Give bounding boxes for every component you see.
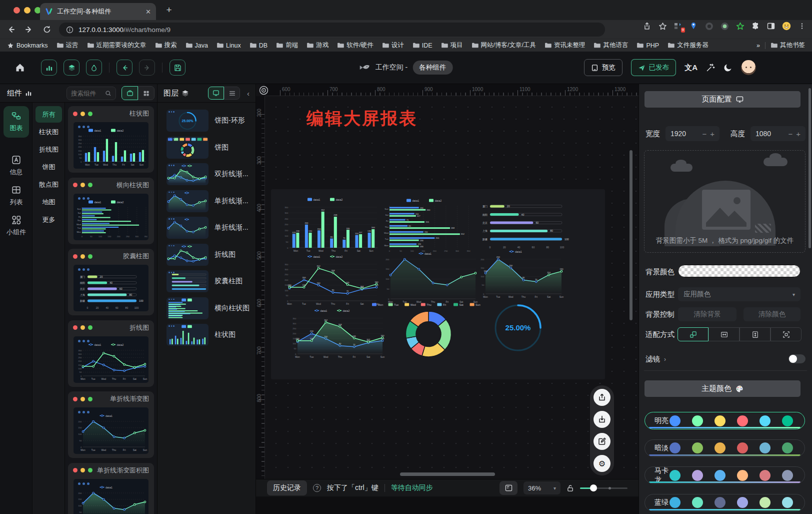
horizontal-scrollbar[interactable] [400, 472, 495, 476]
app-type-select[interactable]: 应用颜色 ▾ [678, 287, 800, 301]
forward-icon[interactable] [22, 23, 36, 37]
horizontal-bar-chart[interactable]: data1data2050100150200250300350MonTueWed… [382, 198, 476, 253]
share-icon[interactable] [642, 21, 652, 31]
theme-color-dot[interactable] [782, 442, 793, 453]
layers-list-view-button[interactable] [224, 87, 240, 100]
component-card[interactable]: 横向柱状图data1data2050100150200250300350MonT… [68, 178, 154, 244]
theme-row-马卡龙[interactable]: 马卡龙 [644, 466, 805, 484]
bookmark-folder[interactable]: 网站/博客/文章/工具 [472, 41, 536, 50]
category-折线图[interactable]: 折线图 [36, 141, 62, 158]
progress-ring-chart[interactable]: 25.00% [493, 302, 543, 353]
sidebar-item-列表[interactable]: 列表 [4, 180, 29, 212]
theme-color-dot[interactable] [692, 415, 703, 426]
bookmark-folder[interactable]: 游戏 [306, 41, 328, 50]
canvas-grid[interactable]: 编辑大屏报表 data1data2050100150200250300350Mo… [265, 96, 638, 479]
bookmark-folder[interactable]: Java [186, 42, 208, 49]
bookmark-folder[interactable]: 其他语言 [594, 41, 628, 50]
theme-color-section[interactable]: 主题颜色 [644, 380, 800, 397]
bookmark-folder[interactable]: 搜索 [155, 41, 177, 50]
extension-dot-icon[interactable] [720, 21, 730, 31]
theme-color-dot[interactable] [782, 415, 793, 426]
capsule-chart[interactable]: 厦门20南阳40北京60上海80新疆100020406080100 [477, 199, 573, 249]
theme-color-dot[interactable] [737, 470, 748, 481]
dark-mode-moon-icon[interactable] [724, 63, 732, 72]
width-input[interactable]: 1920 −+ [666, 126, 720, 141]
single-line-gradient-area-chart[interactable]: data1050100150200MonTueWedThuFriSatSun12… [477, 249, 564, 299]
preview-button[interactable]: 预览 [584, 59, 622, 76]
extensions-puzzle-icon[interactable] [750, 21, 760, 31]
theme-color-dot[interactable] [737, 415, 748, 426]
grid-view-button[interactable] [138, 86, 154, 100]
theme-color-dot[interactable] [692, 470, 703, 481]
theme-color-dot[interactable] [760, 415, 770, 426]
import-icon[interactable] [594, 411, 610, 428]
lock-icon[interactable] [566, 484, 574, 492]
category-更多[interactable]: 更多 [36, 211, 62, 228]
undo-button[interactable] [116, 60, 132, 76]
side-panel-icon[interactable] [766, 21, 776, 31]
layer-item[interactable]: 饼图 [166, 136, 252, 159]
dashboard-preview[interactable]: data1data2050100150200250300350MonTueWed… [271, 189, 605, 379]
bookmark-folder[interactable]: 设计 [382, 41, 404, 50]
history-button[interactable]: 历史记录 [267, 480, 307, 495]
single-line-gradient-chart[interactable]: data1050100150200MonTueWedThuFriSatSun [382, 251, 478, 304]
clear-color-button[interactable]: 清除颜色 [744, 307, 800, 321]
filter-style-button[interactable] [86, 60, 102, 76]
sidebar-item-小组件[interactable]: 小组件 [4, 210, 29, 242]
filter-toggle[interactable] [788, 354, 806, 363]
theme-color-dot[interactable] [670, 415, 680, 426]
theme-color-dot[interactable] [782, 470, 793, 481]
redo-button[interactable] [139, 60, 155, 76]
settings-gear-icon[interactable]: ⚙ [594, 455, 610, 472]
sidebar-item-图表[interactable]: 图表 [4, 106, 29, 138]
theme-color-dot[interactable] [714, 442, 726, 453]
component-card[interactable]: 折线图data1data2050100150200250300350MonTue… [68, 320, 154, 387]
minimap-button[interactable] [500, 481, 518, 495]
component-card[interactable]: 单折线渐变面积图data1050100150200MonTueWedThuFri… [68, 463, 154, 514]
fit-height-button[interactable] [740, 327, 770, 341]
layer-item[interactable]: 折线图 [166, 243, 252, 266]
component-card[interactable]: 胶囊柱图厦门20南阳40北京60上海80新疆100020406080100 [68, 249, 154, 315]
url-bar[interactable]: 127.0.0.1:3000/#/chart/home/9 [59, 23, 605, 37]
new-tab-button[interactable]: + [163, 4, 175, 16]
layer-item[interactable]: 柱状图 [166, 323, 252, 346]
layers-thumbnail-view-button[interactable] [208, 87, 224, 100]
toolbox-view-button[interactable] [122, 86, 138, 100]
profile-avatar-icon[interactable] [782, 21, 792, 31]
publish-button[interactable]: 已发布 [631, 59, 676, 76]
save-button[interactable] [170, 60, 186, 76]
bookmarks-overflow-icon[interactable]: » [756, 42, 760, 49]
reload-icon[interactable] [40, 23, 54, 37]
window-close-button[interactable] [14, 7, 20, 14]
height-input[interactable]: 1080 −+ [750, 126, 806, 141]
extension-tabs-icon[interactable]: 9 [673, 21, 683, 31]
category-饼图[interactable]: 饼图 [36, 159, 62, 175]
user-avatar[interactable] [741, 60, 756, 75]
layer-item[interactable]: 单折线渐... [166, 190, 252, 213]
bookmark-folder[interactable]: Linux [216, 42, 241, 49]
theme-color-dot[interactable] [692, 442, 703, 453]
width-increment[interactable]: + [710, 130, 714, 138]
canvas-text-title[interactable]: 编辑大屏报表 [306, 107, 418, 130]
back-icon[interactable] [4, 23, 18, 37]
extension-ring-icon[interactable] [704, 21, 714, 31]
chevron-right-icon[interactable]: › [664, 356, 666, 363]
layer-item[interactable]: 横向柱状图 [166, 297, 252, 320]
category-散点图[interactable]: 散点图 [36, 176, 62, 193]
height-increment[interactable]: + [796, 130, 800, 138]
theme-color-dot[interactable] [714, 415, 726, 426]
search-input[interactable] [71, 90, 103, 97]
page-config-section[interactable]: 页面配置 [644, 91, 800, 108]
bookmarks-root[interactable]: Bookmarks [7, 42, 48, 49]
vertical-scrollbar[interactable] [630, 150, 632, 320]
fit-width-button[interactable] [708, 327, 740, 341]
bookmark-folder[interactable]: 资讯未整理 [544, 41, 586, 50]
theme-color-dot[interactable] [760, 442, 770, 453]
width-value[interactable]: 1920 [670, 130, 698, 138]
theme-color-dot[interactable] [714, 470, 726, 481]
layer-item[interactable]: 双折线渐... [166, 163, 252, 186]
bookmark-star-icon[interactable] [658, 21, 668, 31]
sidebar-item-信息[interactable]: 信息 [4, 150, 29, 182]
browser-tab[interactable]: 工作空间-各种组件 ✕ [40, 3, 156, 20]
bookmark-folder[interactable]: 文件服务器 [668, 41, 708, 50]
